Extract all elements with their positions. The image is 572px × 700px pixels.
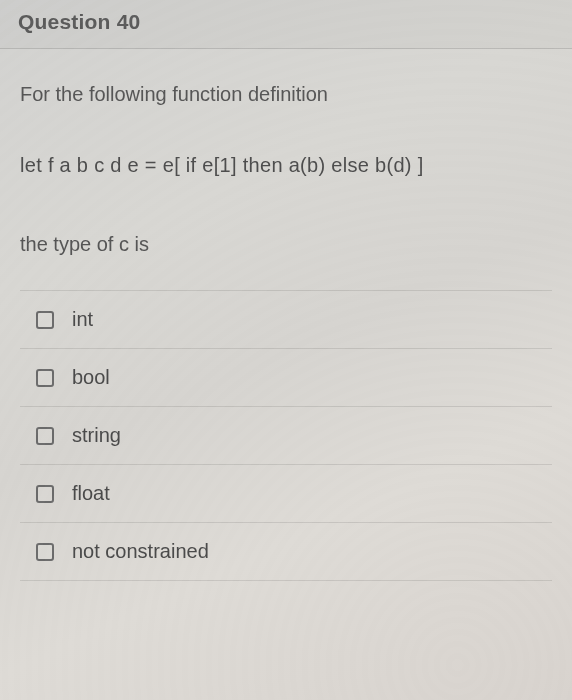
- checkbox-icon[interactable]: [36, 369, 54, 387]
- checkbox-icon[interactable]: [36, 543, 54, 561]
- option-label: string: [72, 424, 121, 447]
- option-string[interactable]: string: [20, 407, 552, 465]
- question-subprompt: the type of c is: [20, 233, 552, 256]
- option-not-constrained[interactable]: not constrained: [20, 523, 552, 581]
- question-header: Question 40: [0, 0, 572, 49]
- option-label: not constrained: [72, 540, 209, 563]
- checkbox-icon[interactable]: [36, 311, 54, 329]
- checkbox-icon[interactable]: [36, 427, 54, 445]
- option-label: float: [72, 482, 110, 505]
- option-int[interactable]: int: [20, 291, 552, 349]
- option-bool[interactable]: bool: [20, 349, 552, 407]
- question-title: Question 40: [18, 10, 554, 34]
- question-code: let f a b c d e = e[ if e[1] then a(b) e…: [20, 154, 552, 177]
- option-label: int: [72, 308, 93, 331]
- question-prompt: For the following function definition: [20, 83, 552, 106]
- checkbox-icon[interactable]: [36, 485, 54, 503]
- option-label: bool: [72, 366, 110, 389]
- question-card: Question 40 For the following function d…: [0, 0, 572, 700]
- question-body: For the following function definition le…: [0, 49, 572, 581]
- options-list: int bool string float not constrained: [20, 290, 552, 581]
- option-float[interactable]: float: [20, 465, 552, 523]
